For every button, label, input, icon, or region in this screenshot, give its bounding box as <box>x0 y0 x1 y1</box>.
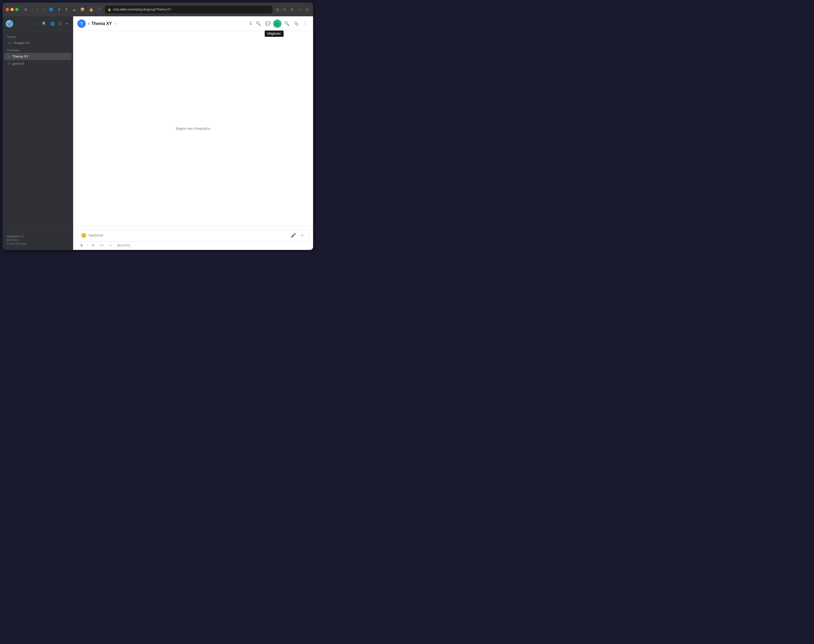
share-button[interactable]: ⬆ <box>63 6 70 12</box>
sort-sidebar-button[interactable]: ☰ <box>57 20 63 27</box>
reader-button[interactable]: ⧉ <box>275 6 281 13</box>
footer-text: Akademie der Bildenden Künste Nürnberg <box>7 235 69 246</box>
forward-button[interactable]: › <box>35 6 40 12</box>
bold-button[interactable]: B <box>80 243 84 248</box>
home-sidebar-button[interactable]: ⌂ <box>35 20 40 27</box>
formatting-toolbar: B | S </> ↩ \[KaTeX\] <box>77 241 309 248</box>
sidebar-icons: ⌂ 🔍 🌐 ☰ ✏ <box>35 20 70 27</box>
title-bar: ⊞ ‹ › ⌂ 🔵 ⬇ ⬆ ☁ 📦 🔒 🛡 🔒 chat.adbk-nuernb… <box>3 3 313 16</box>
sidebar-item-label-themaxy: Thema XY <box>12 54 28 58</box>
code-button[interactable]: </> <box>98 243 105 248</box>
sidebar-item-label-projektxy: Projekt XY <box>14 41 30 45</box>
hash-icon-themaxy: # <box>8 54 10 58</box>
search-sidebar-button[interactable]: 🔍 <box>41 20 48 27</box>
maximize-button[interactable] <box>15 8 18 11</box>
minimize-button[interactable] <box>11 8 14 11</box>
sidebar-item-general[interactable]: # general <box>4 60 72 67</box>
message-input-area: 🙂 🎤 ＋ B | S </> ↩ \[KaTeX\] <box>73 226 313 250</box>
more-button[interactable]: ⋮ <box>302 20 309 28</box>
ext2-button[interactable]: 🔒 <box>87 6 95 12</box>
app-container: 🚀 ⌂ 🔍 🌐 ☰ ✏ Teams 🏷 Projekt XY <box>3 16 313 250</box>
sidebar-item-label-general: general <box>12 61 24 66</box>
quote-button[interactable]: ↩ <box>108 243 113 248</box>
sidebar-item-themaxy[interactable]: # Thema XY <box>4 53 72 60</box>
sidebar-content: Teams 🏷 Projekt XY Channels # Thema XY #… <box>3 31 73 230</box>
members-button[interactable]: 👥 <box>273 20 282 28</box>
conversation-start-label: Beginn des Gesprächs <box>176 127 210 130</box>
sidebar-item-projektxy[interactable]: 🏷 Projekt XY <box>4 40 72 46</box>
cloud-button[interactable]: ☁ <box>71 6 78 12</box>
tab-button[interactable]: ⊞ <box>23 6 29 12</box>
sidebar-footer: Akademie der Bildenden Künste Nürnberg <box>3 230 73 250</box>
avatar-letter: T <box>81 21 83 26</box>
add-button[interactable]: ＋ <box>299 232 305 239</box>
ext1-button[interactable]: 📦 <box>79 6 86 12</box>
download-button[interactable]: ⬇ <box>56 6 62 12</box>
chat-area: Beginn des Gesprächs <box>73 31 313 226</box>
close-button[interactable] <box>6 8 9 11</box>
search-button[interactable]: 🔍 <box>282 20 291 28</box>
channel-hash-icon: # <box>88 21 90 26</box>
tabs-button[interactable]: ⧉ <box>304 6 310 13</box>
rocket-ext-button[interactable]: 🔵 <box>48 6 55 12</box>
emoji-button[interactable]: 🙂 <box>81 233 87 238</box>
channels-section-label: Channels <box>3 46 73 53</box>
channel-name: Thema XY <box>92 21 112 26</box>
sidebar: 🚀 ⌂ 🔍 🌐 ☰ ✏ Teams 🏷 Projekt XY <box>3 16 73 250</box>
ext3-button[interactable]: 🛡 <box>96 6 103 12</box>
magnify-button[interactable]: 🔍 <box>254 20 262 28</box>
strikethrough-button[interactable]: S <box>91 243 95 248</box>
download2-button[interactable]: ⬇ <box>289 6 295 12</box>
katex-button[interactable]: \[KaTeX\] <box>116 243 131 248</box>
hash-icon-general: # <box>8 61 10 66</box>
edit-sidebar-button[interactable]: ✏ <box>64 20 70 27</box>
attachment-button[interactable]: 📎 <box>292 20 300 28</box>
lock-icon: 🔒 <box>107 8 111 11</box>
message-input-bar: 🙂 🎤 ＋ <box>77 229 309 241</box>
footer-bold: Akademie <box>7 235 19 238</box>
main-content: T # Thema XY ☆ ℹ 🔍 💬 👥 Mi <box>73 16 313 250</box>
browser-actions: ⧉ ↻ ⬇ ＋ ⧉ <box>275 6 310 13</box>
sidebar-top-bar: 🚀 ⌂ 🔍 🌐 ☰ ✏ <box>3 16 73 31</box>
globe-sidebar-button[interactable]: 🌐 <box>49 20 56 27</box>
format-divider-1: | <box>87 244 88 247</box>
traffic-lights <box>6 8 18 11</box>
teams-section-label: Teams <box>3 33 73 40</box>
channel-header: T # Thema XY ☆ ℹ 🔍 💬 👥 Mi <box>73 16 313 31</box>
star-icon[interactable]: ☆ <box>113 21 117 26</box>
browser-window: ⊞ ‹ › ⌂ 🔵 ⬇ ⬆ ☁ 📦 🔒 🛡 🔒 chat.adbk-nuernb… <box>3 3 313 250</box>
info-button[interactable]: ℹ <box>248 20 253 28</box>
back-button[interactable]: ‹ <box>30 6 34 12</box>
mic-button[interactable]: 🎤 <box>290 232 297 239</box>
channel-avatar: T <box>77 20 86 28</box>
team-icon: 🏷 <box>8 41 12 45</box>
header-actions: ℹ 🔍 💬 👥 Mitglieder 🔍 📎 ⋮ <box>248 20 309 28</box>
home-button[interactable]: ⌂ <box>41 6 46 12</box>
chat-button[interactable]: 💬 <box>264 20 272 28</box>
address-bar[interactable]: 🔒 chat.adbk-nuernberg.de/group/Thema-XY <box>105 6 273 14</box>
members-icon: 👥 <box>275 21 280 26</box>
members-button-container: 👥 Mitglieder <box>273 20 282 28</box>
new-tab-button[interactable]: ＋ <box>296 6 303 13</box>
refresh-button[interactable]: ↻ <box>282 6 288 12</box>
rocket-logo: 🚀 <box>6 20 13 28</box>
channel-name-area: # Thema XY ☆ <box>88 21 117 26</box>
nav-controls: ⊞ ‹ › ⌂ 🔵 ⬇ ⬆ ☁ 📦 🔒 🛡 <box>23 6 103 12</box>
url-text: chat.adbk-nuernberg.de/group/Thema-XY <box>113 8 171 11</box>
message-input[interactable] <box>89 233 288 237</box>
